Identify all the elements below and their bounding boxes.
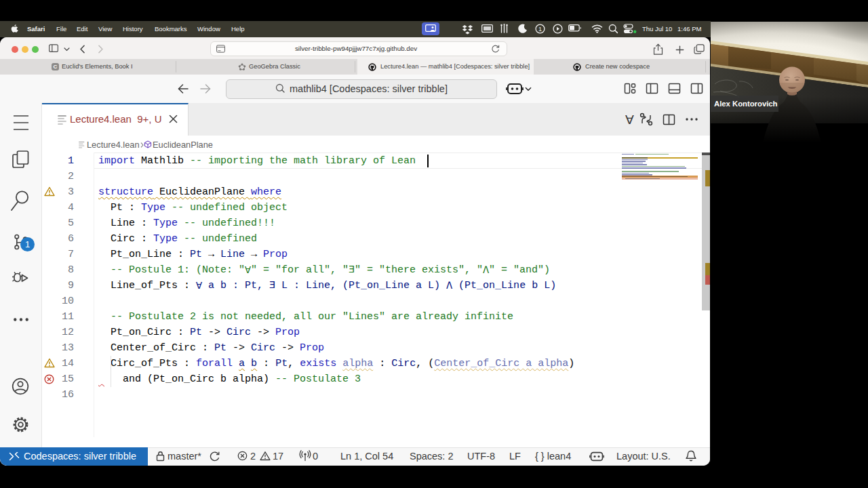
svg-text:1: 1 [538,26,542,33]
